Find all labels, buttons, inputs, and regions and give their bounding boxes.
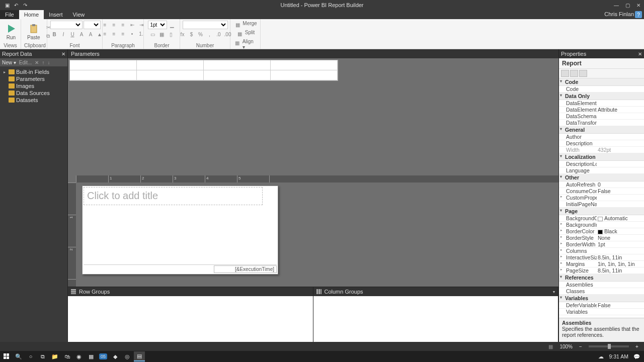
property-grid[interactable]: CodeCodeData OnlyDataElementNamDataEleme… [559, 78, 644, 318]
prop-row[interactable]: InteractiveSize8.5in, 11in [559, 254, 644, 261]
prop-row[interactable]: InitialPageName [559, 201, 644, 208]
prop-row[interactable]: Variables [559, 309, 644, 315]
tray-notifications-icon[interactable]: 💬 [633, 353, 640, 360]
prop-alpha-icon[interactable] [570, 70, 578, 77]
prop-category[interactable]: Page [559, 208, 644, 215]
align-button[interactable]: ▦Align ▾ [233, 39, 257, 50]
prop-row[interactable]: DataTransform [559, 120, 644, 126]
align-middle-icon[interactable]: ≡ [110, 30, 118, 38]
placeholder-icon[interactable]: fx [179, 30, 187, 38]
prop-row[interactable]: DescriptionLocID [559, 161, 644, 167]
tree-parameters[interactable]: Parameters [1, 75, 66, 82]
bullets-icon[interactable]: • [128, 30, 136, 38]
prop-row[interactable]: Width432pt [559, 147, 644, 153]
run-button[interactable]: Run [3, 23, 19, 41]
prop-category[interactable]: General [559, 126, 644, 134]
help-icon[interactable]: ? [635, 11, 642, 18]
number-format-select[interactable] [183, 21, 228, 29]
prop-row[interactable]: BorderStyleNone [559, 235, 644, 241]
tab-insert[interactable]: Insert [44, 10, 68, 19]
increase-decimal-icon[interactable]: .0 [215, 30, 223, 38]
align-top-icon[interactable]: ≡ [101, 30, 109, 38]
tree-datasets[interactable]: Datasets [1, 97, 66, 104]
task-view-icon[interactable]: ⧉ [37, 351, 48, 361]
prop-row[interactable]: ConsumeContainFalse [559, 188, 644, 195]
zoom-in-button[interactable]: + [634, 344, 640, 349]
bold-button[interactable]: B [50, 30, 58, 38]
prop-category[interactable]: Code [559, 78, 644, 86]
prop-row[interactable]: BackgroundImag [559, 222, 644, 228]
zoom-out-button[interactable]: − [578, 344, 584, 349]
percent-icon[interactable]: % [197, 30, 205, 38]
close-button[interactable]: ✕ [633, 1, 644, 10]
chrome-icon[interactable]: ◉ [73, 351, 85, 361]
tree-data-sources[interactable]: Data Sources [1, 89, 66, 97]
prop-row[interactable]: DataSchema [559, 113, 644, 120]
comma-icon[interactable]: , [206, 30, 214, 38]
align-bottom-icon[interactable]: ≡ [119, 30, 127, 38]
redo-icon[interactable]: ↷ [21, 1, 29, 9]
prop-row[interactable]: DataElementStylAttribute [559, 107, 644, 113]
save-icon[interactable]: ▣ [3, 1, 11, 9]
border-color-icon[interactable]: ▁ [168, 21, 176, 29]
border-style-icon[interactable]: ▭ [149, 30, 157, 38]
prop-row[interactable]: Author [559, 134, 644, 140]
report-data-close-icon[interactable]: ✕ [61, 51, 65, 57]
parameters-grid[interactable] [68, 58, 558, 175]
paste-button[interactable]: Paste [24, 23, 43, 41]
prop-category[interactable]: References [559, 274, 644, 282]
store-icon[interactable]: 🛍 [61, 351, 72, 361]
app-icon[interactable]: ▦ [86, 351, 97, 361]
tab-file[interactable]: File [0, 10, 19, 19]
tree-images[interactable]: Images [1, 82, 66, 89]
tray-onedrive-icon[interactable]: ☁ [598, 353, 604, 359]
zoom-slider[interactable] [589, 345, 629, 347]
maximize-button[interactable]: ▢ [622, 1, 633, 10]
prop-row[interactable]: BorderWidth1pt [559, 241, 644, 248]
minimize-button[interactable]: — [611, 1, 622, 10]
font-color-icon[interactable]: A [77, 30, 86, 38]
prop-row[interactable]: Classes [559, 288, 644, 295]
app-icon-3[interactable]: ◎ [122, 351, 133, 361]
properties-close-icon[interactable]: ✕ [638, 51, 642, 57]
border-clear-icon[interactable]: ▯ [167, 30, 175, 38]
zoom-level[interactable]: 100% [559, 344, 573, 349]
prop-category[interactable]: Variables [559, 295, 644, 302]
search-icon[interactable]: 🔍 [13, 351, 24, 361]
tree-builtin-fields[interactable]: ▸Built-in Fields [1, 68, 66, 75]
design-surface[interactable]: 1 2 3 4 5 12 Click to add title [&Execut… [68, 175, 558, 287]
tray-time[interactable]: 9:31 AM [609, 353, 628, 359]
align-right-icon[interactable]: ≡ [119, 21, 127, 29]
merge-button[interactable]: ▦Merge [233, 21, 257, 29]
tab-home[interactable]: Home [19, 10, 44, 19]
prop-row[interactable]: Description [559, 140, 644, 147]
prop-category[interactable]: Data Only [559, 93, 644, 100]
border-preset-icon[interactable]: ▦ [158, 30, 166, 38]
font-size-select[interactable] [84, 21, 101, 29]
start-button[interactable] [1, 351, 12, 361]
prop-row[interactable]: AutoRefresh0 [559, 182, 644, 188]
font-family-select[interactable] [50, 21, 83, 29]
view-mode-icon[interactable]: ▦ [546, 342, 554, 350]
underline-button[interactable]: U [68, 30, 76, 38]
cortana-icon[interactable]: ○ [25, 351, 36, 361]
prop-category[interactable]: Other [559, 174, 644, 182]
prop-category[interactable]: Localization [559, 153, 644, 161]
column-groups-list[interactable] [313, 296, 558, 342]
fill-color-icon[interactable]: A [87, 30, 95, 38]
undo-icon[interactable]: ↶ [12, 1, 20, 9]
app-icon-2[interactable]: ◆ [110, 351, 121, 361]
app-badge-icon[interactable]: 05 [98, 351, 109, 361]
prop-categorized-icon[interactable] [561, 70, 569, 77]
prop-row[interactable]: DeferVariableEvalFalse [559, 302, 644, 309]
row-groups-list[interactable] [68, 296, 313, 342]
tab-view[interactable]: View [68, 10, 90, 19]
prop-row[interactable]: Columns [559, 248, 644, 254]
prop-row[interactable]: BorderColorBlack [559, 228, 644, 235]
border-width-select[interactable]: 1pt [148, 21, 167, 29]
prop-row[interactable]: BackgroundColorAutomatic [559, 215, 644, 222]
split-button[interactable]: ▦Split [236, 30, 255, 38]
groups-menu-icon[interactable]: ▾ [553, 290, 555, 294]
prop-row[interactable]: CustomProperties [559, 195, 644, 201]
report-title-textbox[interactable]: Click to add title [84, 187, 263, 205]
